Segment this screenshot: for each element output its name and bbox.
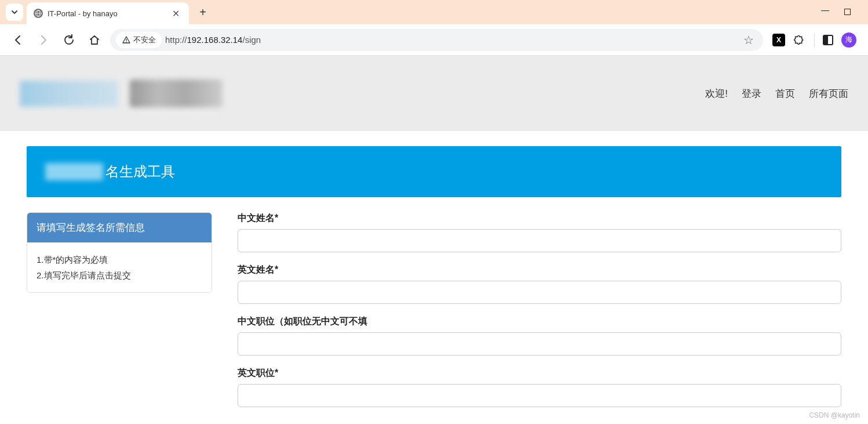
close-tab-icon[interactable]: ✕ (170, 8, 182, 19)
extensions-button[interactable] (793, 32, 806, 48)
svg-point-4 (126, 41, 127, 42)
input-cn-title[interactable] (238, 332, 841, 356)
bookmark-star-icon[interactable]: ☆ (740, 33, 757, 47)
banner-blur (45, 163, 103, 180)
browser-tab[interactable]: IT-Portal - by hanayo ✕ (27, 2, 189, 24)
maximize-button[interactable] (844, 8, 851, 17)
nav-login[interactable]: 登录 (742, 87, 761, 100)
panel-note-2: 2.填写完毕后请点击提交 (37, 267, 202, 283)
logo-blur-1 (20, 81, 118, 107)
globe-icon (34, 9, 43, 18)
tab-title: IT-Portal - by hanayo (48, 9, 165, 18)
label-en-title: 英文职位* (238, 367, 841, 379)
input-en-name[interactable] (238, 281, 841, 304)
nav-all-pages[interactable]: 所有页面 (809, 87, 848, 100)
minimize-button[interactable]: — (821, 5, 829, 15)
logo-blur-2 (130, 79, 223, 107)
form-area: 中文姓名* 英文姓名* 中文职位（如职位无中文可不填 英文职位* (238, 212, 841, 419)
header-nav: 欢迎! 登录 首页 所有页面 (705, 87, 848, 100)
nav-home[interactable]: 首页 (775, 87, 795, 100)
address-bar[interactable]: 不安全 http://192.168.32.14/sign ☆ (110, 29, 763, 51)
security-label: 不安全 (133, 35, 156, 45)
url-display: http://192.168.32.14/sign (165, 35, 261, 45)
warning-icon (122, 35, 131, 45)
page-banner: 名生成工具 (27, 146, 841, 197)
window-controls: — (821, 8, 862, 17)
banner-title: 名生成工具 (105, 162, 175, 181)
info-panel: 请填写生成签名所需信息 1.带*的内容为必填 2.填写完毕后请点击提交 (27, 212, 212, 293)
watermark: CSDN @kayotin (809, 411, 860, 419)
input-cn-name[interactable] (238, 229, 841, 252)
back-button[interactable] (8, 30, 28, 50)
panel-header: 请填写生成签名所需信息 (27, 213, 211, 242)
security-badge[interactable]: 不安全 (116, 32, 162, 48)
input-en-title[interactable] (238, 384, 841, 407)
site-header: 欢迎! 登录 首页 所有页面 (0, 56, 868, 131)
main-area: 请填写生成签名所需信息 1.带*的内容为必填 2.填写完毕后请点击提交 中文姓名… (27, 212, 841, 419)
side-panel: 请填写生成签名所需信息 1.带*的内容为必填 2.填写完毕后请点击提交 (27, 212, 212, 419)
form-group-en-name: 英文姓名* (238, 264, 841, 304)
extension-x-icon[interactable]: X (772, 34, 785, 46)
home-button[interactable] (85, 30, 104, 50)
page-content: 名生成工具 请填写生成签名所需信息 1.带*的内容为必填 2.填写完毕后请点击提… (0, 131, 868, 424)
side-panel-icon[interactable] (823, 35, 833, 45)
tab-search-dropdown[interactable] (6, 3, 23, 21)
profile-avatar[interactable]: 海 (841, 32, 856, 48)
extension-icons: X 海 (769, 32, 860, 48)
form-group-cn-name: 中文姓名* (238, 212, 841, 252)
panel-body: 1.带*的内容为必填 2.填写完毕后请点击提交 (27, 242, 211, 292)
panel-note-1: 1.带*的内容为必填 (37, 252, 202, 267)
form-group-en-title: 英文职位* (238, 367, 841, 407)
nav-welcome: 欢迎! (705, 87, 728, 100)
reload-button[interactable] (59, 30, 79, 50)
browser-tab-strip: IT-Portal - by hanayo ✕ + — (0, 0, 868, 24)
browser-toolbar: 不安全 http://192.168.32.14/sign ☆ X 海 (0, 24, 868, 56)
label-cn-name: 中文姓名* (238, 212, 841, 224)
label-en-name: 英文姓名* (238, 264, 841, 276)
new-tab-button[interactable]: + (195, 4, 211, 20)
form-group-cn-title: 中文职位（如职位无中文可不填 (238, 316, 841, 356)
forward-button[interactable] (34, 30, 53, 50)
toolbar-divider (814, 33, 815, 47)
label-cn-title: 中文职位（如职位无中文可不填 (238, 316, 841, 328)
site-logo (20, 79, 223, 107)
